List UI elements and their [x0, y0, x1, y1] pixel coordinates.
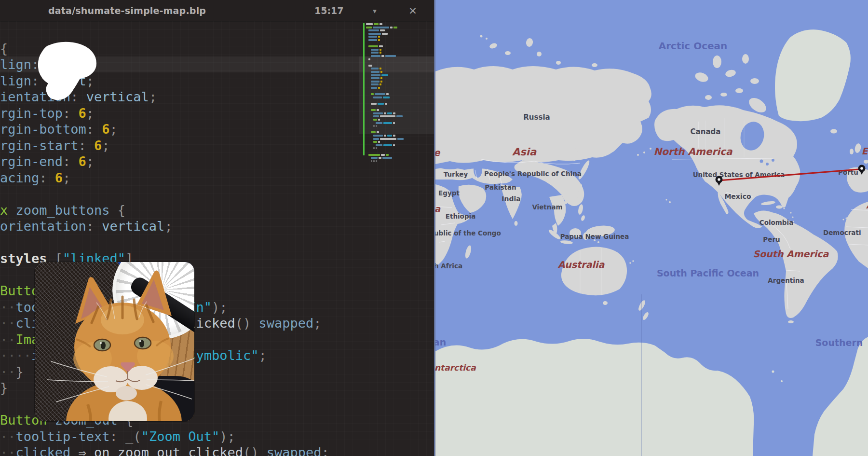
close-icon[interactable]: ✕: [405, 3, 420, 19]
editor-pane: data/shumate-simple-map.blp 15:17 ▾ ✕ {l…: [0, 0, 435, 456]
map-label: Vietnam: [532, 203, 562, 211]
map-label: Pakistan: [485, 183, 516, 191]
minimap-change-bar: [363, 23, 365, 155]
map-label: Argentina: [768, 276, 804, 284]
map-label: Papua New Guinea: [560, 233, 629, 240]
map-label: h Africa: [435, 262, 462, 270]
map-label: South Pacific Ocean: [657, 268, 759, 278]
map-label: Asia: [512, 146, 537, 158]
map-label: Peru: [763, 235, 780, 243]
map-label: Southern: [815, 337, 863, 348]
map-label: Arctic Ocean: [659, 40, 728, 52]
map-label: A: [866, 201, 868, 210]
map-label: an: [435, 337, 446, 347]
map-label: ntarctica: [435, 363, 476, 373]
code-line: rgin-end: 6;: [0, 153, 366, 170]
map-label: Egypt: [438, 189, 460, 197]
map-pane[interactable]: Arctic OceanRussiaCanadaNorth AmericaUni…: [434, 0, 868, 456]
map-label: Democrati: [823, 229, 861, 236]
minimap[interactable]: [359, 21, 435, 185]
code-line: rgin-bottom: 6;: [0, 121, 366, 138]
map-label: United States of America: [693, 171, 785, 179]
map-label: e: [435, 147, 441, 158]
map-label: North America: [653, 146, 733, 157]
map-label: South America: [753, 249, 829, 259]
map-label: ublic of the Congo: [435, 229, 501, 237]
code-line: rgin-top: 6;: [0, 105, 366, 122]
map-label: Mexico: [724, 193, 751, 200]
map-label: India: [502, 195, 520, 203]
map-label: a: [435, 204, 441, 214]
code-line: orientation: vertical;: [0, 218, 366, 235]
code-line: {: [0, 41, 366, 57]
world-map[interactable]: Arctic OceanRussiaCanadaNorth AmericaUni…: [435, 0, 868, 456]
chevron-down-icon[interactable]: ▾: [367, 4, 382, 18]
code-line: rgin-start: 6;: [0, 138, 366, 154]
map-label: Australia: [558, 259, 605, 270]
map-label: Ethiopia: [446, 212, 476, 220]
code-line: acing: 6;: [0, 170, 366, 186]
clock: 15:17: [314, 0, 343, 21]
map-label: Canada: [691, 127, 721, 136]
code-line: ··clicked ⇒ on_zoom_out_clicked() swappe…: [0, 444, 366, 456]
code-line: lign: start;: [0, 73, 366, 89]
map-label: Russia: [523, 113, 550, 122]
file-title: data/shumate-simple-map.blp: [48, 0, 206, 21]
map-label: Colombia: [760, 219, 794, 226]
map-label: E: [862, 146, 868, 156]
code-line: x zoom_buttons {: [0, 202, 366, 219]
titlebar: data/shumate-simple-map.blp 15:17 ▾ ✕: [0, 0, 435, 22]
cat-photo-overlay: [35, 262, 194, 421]
code-line: lign:: [0, 56, 366, 73]
code-line: ··tooltip-text: _("Zoom Out");: [0, 428, 366, 445]
map-label: People's Republic of China: [484, 170, 582, 178]
map-label: Turkey: [444, 170, 468, 178]
builder-window: data/shumate-simple-map.blp 15:17 ▾ ✕ {l…: [0, 0, 868, 456]
code-line: ientation: vertical;: [0, 89, 366, 105]
cat-illustration: [35, 262, 194, 421]
